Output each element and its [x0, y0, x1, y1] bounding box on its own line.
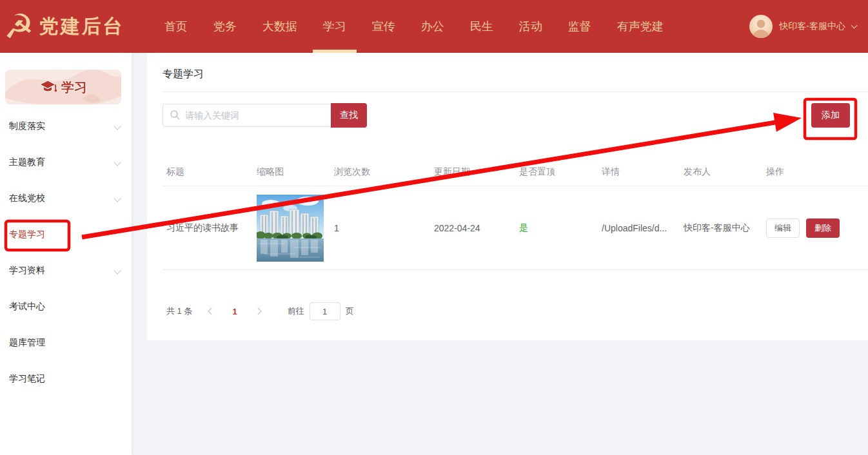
col-header-thumbnail: 缩略图 [253, 166, 330, 178]
app-logo: ☭ 党建后台 [3, 10, 124, 43]
search-button[interactable]: 查找 [331, 103, 367, 128]
cell-thumbnail [253, 195, 330, 262]
pagination-unit-label: 页 [346, 305, 354, 317]
cell-title: 习近平的读书故事 [163, 222, 253, 234]
delete-button[interactable]: 删除 [806, 218, 840, 238]
nav-item-study[interactable]: 学习 [310, 0, 359, 53]
nav-item-activity[interactable]: 活动 [506, 0, 555, 53]
nav-item-audio-party[interactable]: 有声党建 [604, 0, 676, 53]
cell-date: 2022-04-24 [430, 223, 515, 233]
chevron-down-icon [851, 22, 858, 28]
sidebar-item-label: 学习资料 [9, 265, 45, 276]
chevron-down-icon [113, 195, 121, 202]
cell-publisher: 快印客-客服中心 [680, 222, 762, 234]
add-button[interactable]: 添加 [811, 103, 850, 128]
sidebar-item-topic-study[interactable]: 专题学习 [0, 217, 132, 253]
toolbar: 查找 添加 [163, 103, 850, 128]
main-content: 专题学习 查找 添加 标题 缩略图 浏览次数 更新日期 是否置顶 详情 发布 [147, 53, 868, 340]
sidebar-item-system-implementation[interactable]: 制度落实 [0, 108, 132, 144]
col-header-actions: 操作 [762, 166, 868, 178]
sidebar-item-label: 学习笔记 [9, 373, 45, 385]
graduation-cap-icon [39, 80, 57, 95]
edit-button[interactable]: 编辑 [766, 218, 800, 238]
user-name: 快印客-客服中心 [779, 21, 845, 32]
user-menu[interactable]: 快印客-客服中心 [749, 15, 856, 38]
top-nav-menu: 首页 党务 大数据 学习 宣传 办公 民生 活动 监督 有声党建 [152, 0, 676, 53]
sidebar-banner-label: 学习 [61, 79, 87, 96]
chevron-right-icon[interactable] [254, 307, 261, 315]
chevron-down-icon [113, 122, 121, 130]
app-root: ☭ 党建后台 首页 党务 大数据 学习 宣传 办公 民生 活动 监督 有声党建 [0, 0, 868, 455]
divider [163, 92, 868, 92]
chevron-left-icon[interactable] [208, 307, 215, 315]
nav-item-big-data[interactable]: 大数据 [250, 0, 310, 53]
cell-detail: /UploadFiles/d... [598, 223, 680, 233]
cell-views: 1 [330, 223, 430, 233]
app-title: 党建后台 [39, 14, 124, 40]
col-header-views: 浏览次数 [330, 166, 430, 178]
sidebar-item-study-materials[interactable]: 学习资料 [0, 253, 132, 289]
col-header-date: 更新日期 [430, 166, 515, 178]
col-header-pinned: 是否置顶 [515, 166, 598, 178]
nav-item-home[interactable]: 首页 [152, 0, 201, 53]
sidebar-item-theme-education[interactable]: 主题教育 [0, 144, 132, 180]
thumbnail-image [257, 195, 324, 262]
sidebar-item-question-bank[interactable]: 题库管理 [0, 325, 132, 361]
pagination-page-1[interactable]: 1 [232, 307, 237, 316]
col-header-title: 标题 [163, 166, 253, 178]
nav-item-office[interactable]: 办公 [408, 0, 457, 53]
sidebar-item-label: 考试中心 [9, 301, 45, 313]
search-input[interactable] [163, 104, 331, 127]
page-title: 专题学习 [163, 68, 868, 81]
search-icon [170, 110, 180, 120]
pagination-goto-label: 前往 [288, 305, 304, 317]
party-emblem-icon: ☭ [4, 10, 34, 43]
col-header-detail: 详情 [598, 166, 680, 178]
cell-actions: 编辑 删除 [762, 218, 868, 238]
sidebar-item-exam-center[interactable]: 考试中心 [0, 289, 132, 325]
col-header-publisher: 发布人 [680, 166, 762, 178]
search-group: 查找 [163, 103, 367, 128]
sidebar: 学习 制度落实 主题教育 在线党校 专题学习 学习资料 考 [0, 53, 132, 455]
nav-item-supervision[interactable]: 监督 [555, 0, 604, 53]
pagination: 共 1 条 1 前往 页 [166, 302, 868, 320]
table-row: 习近平的读书故事 [163, 186, 868, 270]
nav-item-livelihood[interactable]: 民生 [457, 0, 506, 53]
chevron-down-icon [113, 159, 121, 166]
sidebar-menu: 制度落实 主题教育 在线党校 专题学习 学习资料 考试中心 题库 [0, 108, 132, 397]
sidebar-item-label: 制度落实 [9, 121, 45, 132]
top-navbar: ☭ 党建后台 首页 党务 大数据 学习 宣传 办公 民生 活动 监督 有声党建 [0, 0, 868, 53]
nav-item-publicity[interactable]: 宣传 [359, 0, 408, 53]
chevron-down-icon [113, 267, 121, 274]
table-header-row: 标题 缩略图 浏览次数 更新日期 是否置顶 详情 发布人 操作 [163, 159, 868, 186]
sidebar-item-label: 主题教育 [9, 157, 45, 168]
sidebar-item-study-notes[interactable]: 学习笔记 [0, 361, 132, 397]
pagination-total: 共 1 条 [166, 305, 192, 317]
sidebar-item-label: 在线党校 [9, 193, 45, 204]
sidebar-item-online-party-school[interactable]: 在线党校 [0, 180, 132, 217]
avatar [749, 15, 773, 38]
topic-table: 标题 缩略图 浏览次数 更新日期 是否置顶 详情 发布人 操作 习近平的读书故事 [163, 159, 868, 270]
cell-pinned: 是 [515, 222, 598, 234]
nav-item-party-affairs[interactable]: 党务 [201, 0, 250, 53]
sidebar-banner: 学习 [5, 70, 121, 104]
sidebar-item-label: 题库管理 [9, 337, 45, 349]
pagination-goto-input[interactable] [310, 302, 340, 320]
sidebar-item-label: 专题学习 [9, 229, 45, 240]
